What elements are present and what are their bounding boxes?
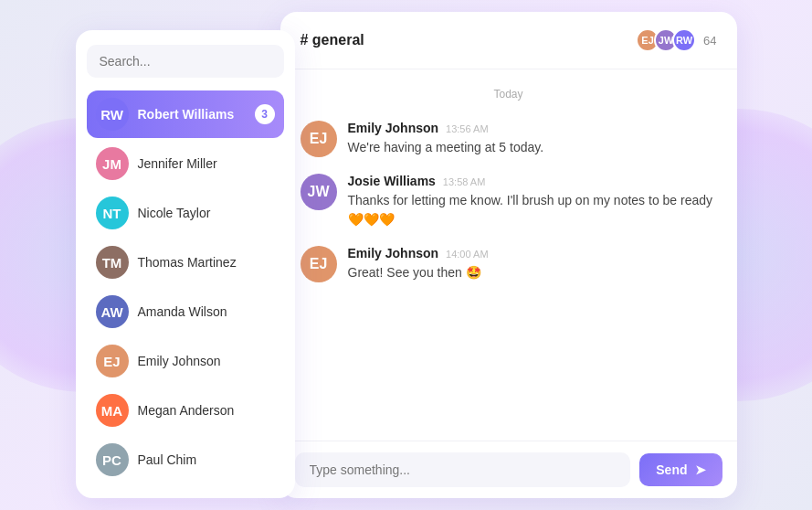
contact-item-amanda-wilson[interactable]: AWAmanda Wilson bbox=[87, 288, 284, 335]
contact-name-paul-chim: Paul Chim bbox=[138, 452, 275, 467]
contact-name-nicole-taylor: Nicole Taylor bbox=[138, 206, 275, 220]
badge-robert-williams: 3 bbox=[255, 104, 275, 124]
msg-text-msg1: We're having a meeting at 5 today. bbox=[348, 138, 717, 157]
right-panel: # general EJJWRW 64 Today EJEmily Johnso… bbox=[280, 12, 737, 498]
chat-input-area: Send ➤ bbox=[280, 441, 737, 498]
contact-name-thomas-martinez: Thomas Martinez bbox=[138, 255, 275, 270]
msg-time-msg3: 14:00 AM bbox=[446, 249, 488, 260]
contact-item-emily-johnson[interactable]: EJEmily Johnson bbox=[87, 337, 284, 385]
contact-item-nicole-taylor[interactable]: NTNicole Taylor bbox=[87, 189, 284, 237]
contact-name-jennifer-miller: Jennifer Miller bbox=[138, 156, 275, 171]
header-right: EJJWRW 64 bbox=[636, 28, 716, 52]
contact-name-megan-anderson: Megan Anderson bbox=[138, 403, 275, 418]
avatar-megan-anderson: MA bbox=[96, 394, 129, 427]
message-msg2: JWJosie Williams13:58 AMThanks for letti… bbox=[301, 174, 717, 229]
message-msg3: EJEmily Johnson14:00 AMGreat! See you th… bbox=[301, 246, 717, 282]
left-panel: RWRobert Williams3JMJennifer MillerNTNic… bbox=[76, 30, 295, 498]
chat-input[interactable] bbox=[295, 452, 631, 487]
contact-item-megan-anderson[interactable]: MAMegan Anderson bbox=[87, 387, 284, 434]
contact-list: RWRobert Williams3JMJennifer MillerNTNic… bbox=[87, 90, 284, 483]
send-icon: ➤ bbox=[695, 462, 706, 477]
messages-area: Today EJEmily Johnson13:56 AMWe're havin… bbox=[280, 69, 737, 441]
contact-item-thomas-martinez[interactable]: TMThomas Martinez bbox=[87, 239, 284, 286]
avatar-nicole-taylor: NT bbox=[96, 197, 129, 229]
msg-sender-msg2: Josie Williams bbox=[348, 174, 436, 188]
msg-avatar-msg3: EJ bbox=[301, 246, 337, 282]
app-container: RWRobert Williams3JMJennifer MillerNTNic… bbox=[76, 12, 737, 498]
msg-avatar-msg1: EJ bbox=[301, 121, 337, 157]
avatar-amanda-wilson: AW bbox=[96, 295, 129, 328]
msg-text-msg3: Great! See you then 🤩 bbox=[348, 263, 717, 282]
avatar-stack: EJJWRW bbox=[636, 28, 696, 52]
msg-content-msg2: Josie Williams13:58 AMThanks for letting… bbox=[348, 174, 717, 229]
contact-item-paul-chim[interactable]: PCPaul Chim bbox=[87, 436, 284, 483]
contact-item-robert-williams[interactable]: RWRobert Williams3 bbox=[87, 90, 284, 138]
contact-name-emily-johnson: Emily Johnson bbox=[138, 354, 275, 368]
avatar-paul-chim: PC bbox=[96, 443, 129, 476]
msg-sender-msg3: Emily Johnson bbox=[348, 246, 439, 260]
contact-name-amanda-wilson: Amanda Wilson bbox=[138, 304, 275, 319]
message-msg1: EJEmily Johnson13:56 AMWe're having a me… bbox=[301, 121, 717, 157]
send-button[interactable]: Send ➤ bbox=[639, 453, 722, 486]
channel-name: # general bbox=[301, 32, 364, 48]
contact-item-jennifer-miller[interactable]: JMJennifer Miller bbox=[87, 140, 284, 187]
msg-text-msg2: Thanks for letting me know. I'll brush u… bbox=[348, 191, 717, 229]
chat-header: # general EJJWRW 64 bbox=[280, 12, 737, 69]
avatar-thomas-martinez: TM bbox=[96, 246, 129, 279]
msg-content-msg1: Emily Johnson13:56 AMWe're having a meet… bbox=[348, 121, 717, 157]
member-count: 64 bbox=[703, 34, 716, 48]
avatar-robert-williams: RW bbox=[96, 98, 129, 131]
avatar-jennifer-miller: JM bbox=[96, 147, 129, 180]
avatar-emily-johnson: EJ bbox=[96, 345, 129, 377]
msg-sender-msg1: Emily Johnson bbox=[348, 121, 439, 135]
header-avatar-2: RW bbox=[672, 28, 696, 52]
contact-name-robert-williams: Robert Williams bbox=[138, 107, 246, 122]
search-input[interactable] bbox=[87, 45, 284, 78]
msg-content-msg3: Emily Johnson14:00 AMGreat! See you then… bbox=[348, 246, 717, 282]
msg-time-msg1: 13:56 AM bbox=[446, 123, 488, 134]
date-divider: Today bbox=[301, 88, 717, 101]
msg-avatar-msg2: JW bbox=[301, 174, 337, 210]
msg-time-msg2: 13:58 AM bbox=[443, 176, 485, 187]
send-label: Send bbox=[656, 462, 687, 477]
